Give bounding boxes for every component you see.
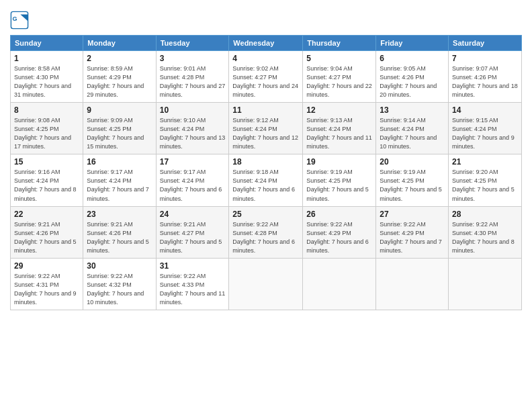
day-info: Sunrise: 9:19 AM Sunset: 4:25 PM Dayligh… [380, 168, 445, 203]
day-cell: 3 Sunrise: 9:01 AM Sunset: 4:28 PM Dayli… [156, 51, 229, 103]
day-cell: 6 Sunrise: 9:05 AM Sunset: 4:26 PM Dayli… [376, 51, 449, 103]
day-cell: 1 Sunrise: 8:58 AM Sunset: 4:30 PM Dayli… [11, 51, 83, 103]
dow-header-sunday: Sunday [11, 36, 83, 51]
dow-header-friday: Friday [376, 36, 449, 51]
day-info: Sunrise: 9:02 AM Sunset: 4:27 PM Dayligh… [232, 64, 299, 99]
dow-header-monday: Monday [83, 36, 156, 51]
day-number: 12 [306, 105, 372, 115]
day-cell: 5 Sunrise: 9:04 AM Sunset: 4:27 PM Dayli… [303, 51, 376, 103]
calendar: SundayMondayTuesdayWednesdayThursdayFrid… [10, 35, 522, 310]
day-info: Sunrise: 9:17 AM Sunset: 4:24 PM Dayligh… [160, 168, 226, 203]
day-number: 17 [160, 157, 226, 167]
day-cell: 29 Sunrise: 9:22 AM Sunset: 4:31 PM Dayl… [11, 258, 83, 310]
day-info: Sunrise: 8:59 AM Sunset: 4:29 PM Dayligh… [87, 64, 152, 99]
day-cell: 28 Sunrise: 9:22 AM Sunset: 4:30 PM Dayl… [449, 206, 522, 258]
day-cell [376, 258, 449, 310]
day-number: 1 [14, 54, 79, 63]
day-cell: 18 Sunrise: 9:18 AM Sunset: 4:24 PM Dayl… [229, 154, 303, 206]
day-info: Sunrise: 9:22 AM Sunset: 4:31 PM Dayligh… [14, 272, 79, 307]
day-cell: 17 Sunrise: 9:17 AM Sunset: 4:24 PM Dayl… [156, 154, 229, 206]
logo-icon: G [10, 11, 29, 30]
day-info: Sunrise: 9:22 AM Sunset: 4:32 PM Dayligh… [87, 272, 152, 307]
day-cell: 27 Sunrise: 9:22 AM Sunset: 4:29 PM Dayl… [376, 206, 449, 258]
day-cell: 9 Sunrise: 9:09 AM Sunset: 4:25 PM Dayli… [83, 103, 156, 154]
day-info: Sunrise: 9:13 AM Sunset: 4:24 PM Dayligh… [306, 116, 372, 151]
day-info: Sunrise: 9:16 AM Sunset: 4:24 PM Dayligh… [14, 168, 79, 203]
day-cell: 31 Sunrise: 9:22 AM Sunset: 4:33 PM Dayl… [156, 258, 229, 310]
day-cell: 12 Sunrise: 9:13 AM Sunset: 4:24 PM Dayl… [303, 103, 376, 154]
day-cell: 26 Sunrise: 9:22 AM Sunset: 4:29 PM Dayl… [303, 206, 376, 258]
day-number: 29 [14, 261, 79, 271]
week-row-5: 29 Sunrise: 9:22 AM Sunset: 4:31 PM Dayl… [11, 258, 522, 310]
day-cell: 14 Sunrise: 9:15 AM Sunset: 4:24 PM Dayl… [449, 103, 522, 154]
day-cell: 4 Sunrise: 9:02 AM Sunset: 4:27 PM Dayli… [229, 51, 303, 103]
day-number: 15 [14, 157, 79, 167]
day-cell: 10 Sunrise: 9:10 AM Sunset: 4:24 PM Dayl… [156, 103, 229, 154]
day-info: Sunrise: 9:21 AM Sunset: 4:26 PM Dayligh… [14, 220, 79, 255]
day-number: 20 [380, 157, 445, 167]
day-number: 10 [160, 105, 226, 115]
dow-header-thursday: Thursday [303, 36, 376, 51]
day-number: 14 [452, 105, 518, 115]
day-info: Sunrise: 9:22 AM Sunset: 4:30 PM Dayligh… [452, 220, 518, 255]
day-cell: 11 Sunrise: 9:12 AM Sunset: 4:24 PM Dayl… [229, 103, 303, 154]
day-info: Sunrise: 9:15 AM Sunset: 4:24 PM Dayligh… [452, 116, 518, 151]
day-cell: 15 Sunrise: 9:16 AM Sunset: 4:24 PM Dayl… [11, 154, 83, 206]
dow-header-wednesday: Wednesday [229, 36, 303, 51]
day-number: 3 [160, 54, 226, 63]
day-number: 31 [160, 261, 226, 271]
day-cell: 24 Sunrise: 9:21 AM Sunset: 4:27 PM Dayl… [156, 206, 229, 258]
logo: G [10, 11, 32, 30]
day-info: Sunrise: 9:05 AM Sunset: 4:26 PM Dayligh… [380, 64, 445, 99]
day-cell: 13 Sunrise: 9:14 AM Sunset: 4:24 PM Dayl… [376, 103, 449, 154]
day-number: 23 [87, 210, 152, 219]
day-cell: 25 Sunrise: 9:22 AM Sunset: 4:28 PM Dayl… [229, 206, 303, 258]
day-number: 19 [306, 157, 372, 167]
day-info: Sunrise: 9:10 AM Sunset: 4:24 PM Dayligh… [160, 116, 226, 151]
day-info: Sunrise: 9:01 AM Sunset: 4:28 PM Dayligh… [160, 64, 226, 99]
day-info: Sunrise: 9:19 AM Sunset: 4:25 PM Dayligh… [306, 168, 372, 203]
day-info: Sunrise: 9:18 AM Sunset: 4:24 PM Dayligh… [232, 168, 299, 203]
day-number: 9 [87, 105, 152, 115]
day-number: 22 [14, 210, 79, 219]
day-info: Sunrise: 9:14 AM Sunset: 4:24 PM Dayligh… [380, 116, 445, 151]
header: G [10, 7, 522, 30]
day-info: Sunrise: 9:22 AM Sunset: 4:28 PM Dayligh… [232, 220, 299, 255]
day-of-week-row: SundayMondayTuesdayWednesdayThursdayFrid… [11, 36, 522, 51]
day-number: 13 [380, 105, 445, 115]
week-row-1: 1 Sunrise: 8:58 AM Sunset: 4:30 PM Dayli… [11, 51, 522, 103]
day-number: 11 [232, 105, 299, 115]
day-info: Sunrise: 9:17 AM Sunset: 4:24 PM Dayligh… [87, 168, 152, 203]
day-cell: 23 Sunrise: 9:21 AM Sunset: 4:26 PM Dayl… [83, 206, 156, 258]
day-number: 7 [452, 54, 518, 63]
day-info: Sunrise: 9:22 AM Sunset: 4:29 PM Dayligh… [306, 220, 372, 255]
day-number: 4 [232, 54, 299, 63]
day-info: Sunrise: 9:12 AM Sunset: 4:24 PM Dayligh… [232, 116, 299, 151]
day-number: 16 [87, 157, 152, 167]
day-info: Sunrise: 9:04 AM Sunset: 4:27 PM Dayligh… [306, 64, 372, 99]
dow-header-tuesday: Tuesday [156, 36, 229, 51]
day-info: Sunrise: 9:22 AM Sunset: 4:33 PM Dayligh… [160, 272, 226, 307]
day-number: 2 [87, 54, 152, 63]
day-info: Sunrise: 8:58 AM Sunset: 4:30 PM Dayligh… [14, 64, 79, 99]
day-number: 30 [87, 261, 152, 271]
day-number: 8 [14, 105, 79, 115]
day-number: 28 [452, 210, 518, 219]
week-row-3: 15 Sunrise: 9:16 AM Sunset: 4:24 PM Dayl… [11, 154, 522, 206]
day-number: 6 [380, 54, 445, 63]
day-info: Sunrise: 9:07 AM Sunset: 4:26 PM Dayligh… [452, 64, 518, 99]
day-cell [303, 258, 376, 310]
day-cell: 7 Sunrise: 9:07 AM Sunset: 4:26 PM Dayli… [449, 51, 522, 103]
day-cell: 8 Sunrise: 9:08 AM Sunset: 4:25 PM Dayli… [11, 103, 83, 154]
day-info: Sunrise: 9:09 AM Sunset: 4:25 PM Dayligh… [87, 116, 152, 151]
week-row-2: 8 Sunrise: 9:08 AM Sunset: 4:25 PM Dayli… [11, 103, 522, 154]
day-cell: 30 Sunrise: 9:22 AM Sunset: 4:32 PM Dayl… [83, 258, 156, 310]
day-cell: 22 Sunrise: 9:21 AM Sunset: 4:26 PM Dayl… [11, 206, 83, 258]
day-info: Sunrise: 9:20 AM Sunset: 4:25 PM Dayligh… [452, 168, 518, 203]
day-number: 24 [160, 210, 226, 219]
day-cell: 20 Sunrise: 9:19 AM Sunset: 4:25 PM Dayl… [376, 154, 449, 206]
day-info: Sunrise: 9:08 AM Sunset: 4:25 PM Dayligh… [14, 116, 79, 151]
day-number: 5 [306, 54, 372, 63]
day-number: 25 [232, 210, 299, 219]
day-cell: 19 Sunrise: 9:19 AM Sunset: 4:25 PM Dayl… [303, 154, 376, 206]
